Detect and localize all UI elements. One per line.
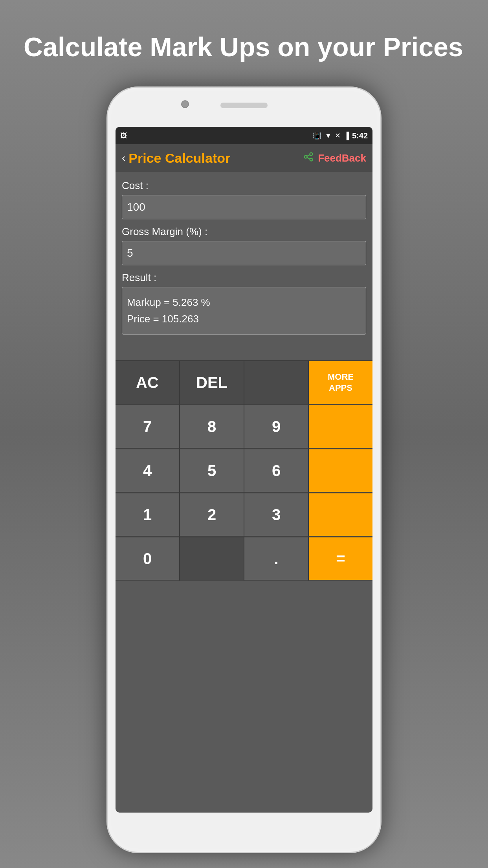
key-6[interactable]: 6 — [244, 449, 308, 493]
result-label: Result : — [122, 272, 366, 284]
key-orange-1[interactable] — [309, 405, 372, 449]
vibrate-icon: 📳 — [313, 131, 321, 140]
cost-input[interactable] — [122, 195, 366, 219]
price-result: Price = 105.263 — [127, 311, 361, 327]
status-left: 🖼 — [120, 132, 127, 140]
spacer — [122, 341, 366, 353]
key-2[interactable]: 2 — [180, 493, 244, 537]
key-del[interactable]: DEL — [180, 361, 244, 405]
share-icon[interactable] — [303, 152, 314, 164]
battery-icon: ▐ — [344, 132, 349, 140]
result-box: Markup = 5.263 % Price = 105.263 — [122, 287, 366, 335]
key-8[interactable]: 8 — [180, 405, 244, 449]
header-left: ‹ Price Calculator — [122, 151, 230, 166]
svg-line-4 — [307, 157, 310, 159]
phone-frame: 🖼 📳 ▼ ✕ ▐ 5:42 ‹ Price Calculator — [106, 86, 382, 853]
gross-margin-label: Gross Margin (%) : — [122, 226, 366, 238]
key-more-apps[interactable]: MOREAPPS — [309, 361, 372, 405]
key-3[interactable]: 3 — [244, 493, 308, 537]
app-content: Cost : Gross Margin (%) : Result : Marku… — [116, 172, 372, 360]
back-button[interactable]: ‹ — [122, 152, 125, 164]
key-1[interactable]: 1 — [116, 493, 179, 537]
image-icon: 🖼 — [120, 132, 127, 140]
app-title: Price Calculator — [128, 151, 230, 166]
key-7[interactable]: 7 — [116, 405, 179, 449]
key-empty-top — [244, 361, 308, 405]
phone-screen: 🖼 📳 ▼ ✕ ▐ 5:42 ‹ Price Calculator — [116, 127, 372, 813]
wifi-icon: ▼ — [325, 132, 332, 140]
key-4[interactable]: 4 — [116, 449, 179, 493]
key-orange-3[interactable] — [309, 493, 372, 537]
markup-result: Markup = 5.263 % — [127, 294, 361, 311]
key-0[interactable]: 0 — [116, 537, 179, 581]
key-orange-2[interactable] — [309, 449, 372, 493]
app-header: ‹ Price Calculator FeedBack — [116, 144, 372, 172]
key-dot[interactable]: . — [244, 537, 308, 581]
signal-x-icon: ✕ — [335, 131, 341, 140]
phone-speaker — [220, 103, 268, 108]
cost-label: Cost : — [122, 180, 366, 192]
key-5[interactable]: 5 — [180, 449, 244, 493]
gross-margin-input[interactable] — [122, 241, 366, 265]
header-right: FeedBack — [303, 152, 366, 164]
page-title: Calculate Mark Ups on your Prices — [24, 31, 463, 62]
keypad: AC DEL MOREAPPS 7 8 9 4 5 6 1 2 3 0 . = — [116, 360, 372, 581]
status-time: 5:42 — [352, 131, 368, 140]
key-9[interactable]: 9 — [244, 405, 308, 449]
svg-line-3 — [307, 154, 310, 156]
status-bar: 🖼 📳 ▼ ✕ ▐ 5:42 — [116, 127, 372, 144]
key-ac[interactable]: AC — [116, 361, 179, 405]
key-empty-bottom — [180, 537, 244, 581]
phone-camera — [181, 100, 189, 108]
feedback-button[interactable]: FeedBack — [318, 152, 366, 164]
key-equals[interactable]: = — [309, 537, 372, 581]
status-right: 📳 ▼ ✕ ▐ 5:42 — [313, 131, 368, 140]
